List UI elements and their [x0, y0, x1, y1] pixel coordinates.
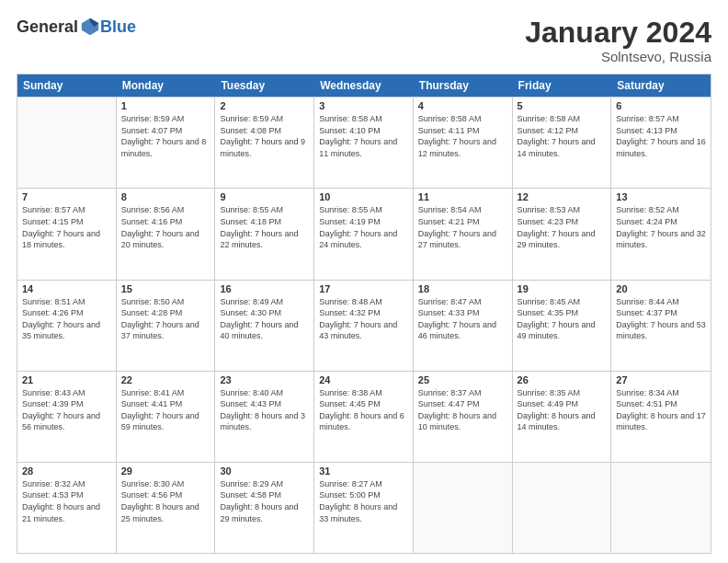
day-number: 30 [220, 465, 309, 477]
day-cell-11: 11Sunrise: 8:54 AMSunset: 4:21 PMDayligh… [414, 189, 513, 279]
day-number: 31 [319, 465, 408, 477]
day-cell-9: 9Sunrise: 8:55 AMSunset: 4:18 PMDaylight… [215, 189, 314, 279]
day-info: Sunrise: 8:49 AMSunset: 4:30 PMDaylight:… [220, 296, 309, 342]
header-day-friday: Friday [513, 75, 612, 97]
day-cell-25: 25Sunrise: 8:37 AMSunset: 4:47 PMDayligh… [414, 372, 513, 462]
day-number: 10 [319, 191, 408, 202]
day-cell-19: 19Sunrise: 8:45 AMSunset: 4:35 PMDayligh… [513, 281, 612, 371]
day-number: 24 [319, 374, 408, 385]
logo-general-text: General [17, 17, 78, 37]
day-info: Sunrise: 8:47 AMSunset: 4:33 PMDaylight:… [418, 296, 507, 342]
day-cell-31: 31Sunrise: 8:27 AMSunset: 5:00 PMDayligh… [314, 463, 414, 553]
day-number: 23 [220, 374, 309, 385]
day-info: Sunrise: 8:56 AMSunset: 4:16 PMDaylight:… [121, 204, 210, 250]
day-cell-23: 23Sunrise: 8:40 AMSunset: 4:43 PMDayligh… [215, 372, 314, 462]
empty-cell [414, 463, 513, 553]
day-info: Sunrise: 8:58 AMSunset: 4:10 PMDaylight:… [319, 113, 408, 159]
day-info: Sunrise: 8:40 AMSunset: 4:43 PMDaylight:… [220, 387, 309, 433]
day-info: Sunrise: 8:50 AMSunset: 4:28 PMDaylight:… [121, 296, 210, 342]
day-info: Sunrise: 8:57 AMSunset: 4:15 PMDaylight:… [22, 204, 111, 250]
header-day-sunday: Sunday [17, 75, 117, 97]
day-info: Sunrise: 8:29 AMSunset: 4:58 PMDaylight:… [220, 478, 309, 524]
day-cell-2: 2Sunrise: 8:59 AMSunset: 4:08 PMDaylight… [215, 98, 314, 188]
day-cell-21: 21Sunrise: 8:43 AMSunset: 4:39 PMDayligh… [17, 372, 117, 462]
day-number: 20 [616, 283, 706, 294]
day-info: Sunrise: 8:54 AMSunset: 4:21 PMDaylight:… [418, 204, 507, 250]
day-info: Sunrise: 8:58 AMSunset: 4:11 PMDaylight:… [418, 113, 507, 159]
day-number: 11 [418, 191, 507, 202]
day-cell-17: 17Sunrise: 8:48 AMSunset: 4:32 PMDayligh… [314, 281, 414, 371]
day-info: Sunrise: 8:37 AMSunset: 4:47 PMDaylight:… [418, 387, 507, 433]
day-info: Sunrise: 8:53 AMSunset: 4:23 PMDaylight:… [518, 204, 607, 250]
day-cell-12: 12Sunrise: 8:53 AMSunset: 4:23 PMDayligh… [513, 189, 612, 279]
day-cell-20: 20Sunrise: 8:44 AMSunset: 4:37 PMDayligh… [611, 281, 711, 371]
empty-cell [17, 98, 117, 188]
location: Solntsevo, Russia [525, 49, 711, 64]
day-number: 9 [220, 191, 309, 202]
day-cell-10: 10Sunrise: 8:55 AMSunset: 4:19 PMDayligh… [314, 189, 414, 279]
day-number: 15 [121, 283, 210, 294]
day-info: Sunrise: 8:55 AMSunset: 4:19 PMDaylight:… [319, 204, 408, 250]
day-cell-14: 14Sunrise: 8:51 AMSunset: 4:26 PMDayligh… [17, 281, 117, 371]
day-number: 25 [418, 374, 507, 385]
day-cell-29: 29Sunrise: 8:30 AMSunset: 4:56 PMDayligh… [117, 463, 216, 553]
day-number: 22 [121, 374, 210, 385]
day-number: 7 [22, 191, 111, 202]
empty-cell [513, 463, 612, 553]
header: General Blue January 2024 Solntsevo, Rus… [17, 17, 711, 64]
day-number: 14 [22, 283, 111, 294]
day-cell-28: 28Sunrise: 8:32 AMSunset: 4:53 PMDayligh… [17, 463, 117, 553]
day-info: Sunrise: 8:51 AMSunset: 4:26 PMDaylight:… [22, 296, 111, 342]
day-cell-5: 5Sunrise: 8:58 AMSunset: 4:12 PMDaylight… [513, 98, 612, 188]
day-cell-30: 30Sunrise: 8:29 AMSunset: 4:58 PMDayligh… [215, 463, 314, 553]
calendar-row-0: 1Sunrise: 8:59 AMSunset: 4:07 PMDaylight… [17, 97, 711, 188]
day-cell-8: 8Sunrise: 8:56 AMSunset: 4:16 PMDaylight… [117, 189, 216, 279]
day-number: 2 [220, 100, 309, 111]
calendar-row-4: 28Sunrise: 8:32 AMSunset: 4:53 PMDayligh… [17, 462, 711, 553]
day-number: 17 [319, 283, 408, 294]
day-info: Sunrise: 8:43 AMSunset: 4:39 PMDaylight:… [22, 387, 111, 433]
day-number: 4 [418, 100, 507, 111]
day-info: Sunrise: 8:52 AMSunset: 4:24 PMDaylight:… [616, 204, 706, 250]
day-info: Sunrise: 8:59 AMSunset: 4:07 PMDaylight:… [121, 113, 210, 159]
day-number: 21 [22, 374, 111, 385]
day-info: Sunrise: 8:34 AMSunset: 4:51 PMDaylight:… [616, 387, 706, 433]
day-cell-27: 27Sunrise: 8:34 AMSunset: 4:51 PMDayligh… [611, 372, 711, 462]
day-info: Sunrise: 8:58 AMSunset: 4:12 PMDaylight:… [518, 113, 607, 159]
day-number: 3 [319, 100, 408, 111]
day-cell-16: 16Sunrise: 8:49 AMSunset: 4:30 PMDayligh… [215, 281, 314, 371]
day-cell-18: 18Sunrise: 8:47 AMSunset: 4:33 PMDayligh… [414, 281, 513, 371]
day-info: Sunrise: 8:41 AMSunset: 4:41 PMDaylight:… [121, 387, 210, 433]
header-day-thursday: Thursday [414, 75, 513, 97]
day-number: 8 [121, 191, 210, 202]
day-number: 12 [518, 191, 607, 202]
logo-blue-text: Blue [100, 17, 136, 37]
page: General Blue January 2024 Solntsevo, Rus… [0, 0, 728, 563]
logo: General Blue [17, 17, 136, 37]
day-number: 29 [121, 465, 210, 477]
day-info: Sunrise: 8:57 AMSunset: 4:13 PMDaylight:… [616, 113, 706, 159]
day-number: 1 [121, 100, 210, 111]
day-number: 27 [616, 374, 706, 385]
day-cell-15: 15Sunrise: 8:50 AMSunset: 4:28 PMDayligh… [117, 281, 216, 371]
day-number: 13 [616, 191, 706, 202]
month-title: January 2024 [525, 17, 711, 49]
day-cell-7: 7Sunrise: 8:57 AMSunset: 4:15 PMDaylight… [17, 189, 117, 279]
day-number: 26 [518, 374, 607, 385]
day-cell-13: 13Sunrise: 8:52 AMSunset: 4:24 PMDayligh… [611, 189, 711, 279]
day-number: 28 [22, 465, 111, 477]
day-info: Sunrise: 8:35 AMSunset: 4:49 PMDaylight:… [518, 387, 607, 433]
calendar-body: 1Sunrise: 8:59 AMSunset: 4:07 PMDaylight… [17, 97, 711, 553]
logo-icon [80, 17, 100, 37]
day-info: Sunrise: 8:59 AMSunset: 4:08 PMDaylight:… [220, 113, 309, 159]
header-day-monday: Monday [117, 75, 216, 97]
day-number: 19 [518, 283, 607, 294]
day-number: 5 [518, 100, 607, 111]
calendar-row-1: 7Sunrise: 8:57 AMSunset: 4:15 PMDaylight… [17, 188, 711, 279]
day-info: Sunrise: 8:48 AMSunset: 4:32 PMDaylight:… [319, 296, 408, 342]
day-cell-3: 3Sunrise: 8:58 AMSunset: 4:10 PMDaylight… [314, 98, 414, 188]
calendar: SundayMondayTuesdayWednesdayThursdayFrid… [17, 74, 711, 554]
day-cell-1: 1Sunrise: 8:59 AMSunset: 4:07 PMDaylight… [117, 98, 216, 188]
day-cell-24: 24Sunrise: 8:38 AMSunset: 4:45 PMDayligh… [314, 372, 414, 462]
day-info: Sunrise: 8:32 AMSunset: 4:53 PMDaylight:… [22, 478, 111, 524]
